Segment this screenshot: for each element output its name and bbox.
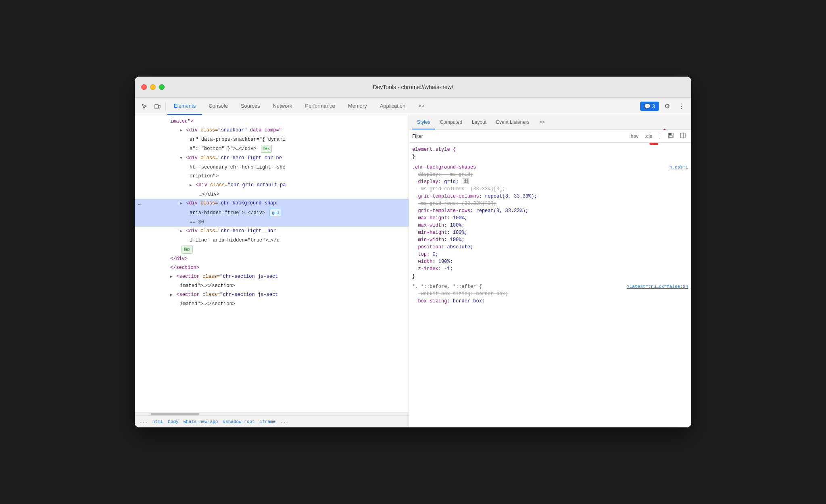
toolbar-divider — [165, 102, 166, 111]
tab-computed[interactable]: Computed — [435, 115, 467, 129]
css-line: *, *::before, *::after { ?latest=tru…ck=… — [412, 283, 688, 290]
horizontal-scrollbar[interactable] — [135, 412, 409, 415]
breadcrumb-shadow-root[interactable]: #shadow-root — [221, 419, 256, 424]
html-line: ▶ <section class="chr-section js-sect — [135, 290, 409, 300]
html-line: ht--secondary chr-hero-light--sho — [135, 163, 409, 172]
minimize-button[interactable] — [150, 84, 156, 90]
css-line: box-sizing: border-box; — [412, 298, 688, 305]
css-line: position: absolute; — [412, 244, 688, 251]
close-button[interactable] — [141, 84, 147, 90]
pseudo-classes-button[interactable]: :hov — [627, 133, 641, 140]
device-toolbar-button[interactable] — [151, 100, 164, 113]
cont-text: l-line" aria-hidden="true">…</d — [190, 237, 280, 243]
html-line: l-line" aria-hidden="true">…</d — [135, 236, 409, 245]
collapse-triangle[interactable]: ▶ — [180, 228, 182, 235]
cont-text: …</div> — [199, 192, 219, 197]
breadcrumb-iframe[interactable]: iframe — [258, 419, 277, 424]
collapse-triangle[interactable]: ▼ — [180, 155, 182, 162]
css-source-link-2[interactable]: ?latest=tru…ck=false:54 — [627, 283, 688, 290]
css-line: max-height: 100%; — [412, 215, 688, 222]
tab-styles-more[interactable]: >> — [534, 115, 550, 129]
inspect-element-button[interactable] — [138, 100, 151, 113]
css-line: width: 100%; — [412, 258, 688, 265]
tag-text: <div — [186, 155, 200, 161]
css-close-brace: } — [412, 154, 415, 160]
css-line: .chr-background-shapes n.css:1 — [412, 164, 688, 171]
collapse-triangle[interactable]: ▶ — [190, 182, 192, 189]
css-line: display: --ms-grid; — [412, 171, 688, 178]
css-line: z-index: -1; — [412, 265, 688, 273]
cls-button[interactable]: .cls — [642, 133, 655, 140]
tab-console[interactable]: Console — [202, 98, 234, 115]
tab-network[interactable]: Network — [267, 98, 299, 115]
universal-before-block: *, *::before, *::after { ?latest=tru…ck=… — [412, 283, 688, 305]
css-line: display: grid; — [412, 178, 688, 185]
css-selector: .chr-background-shapes — [412, 164, 476, 171]
collapse-triangle[interactable]: ▶ — [180, 127, 182, 134]
cont-text: cription"> — [190, 173, 219, 179]
maximize-button[interactable] — [159, 84, 165, 90]
grid-badge[interactable]: grid — [269, 209, 281, 217]
svg-rect-1 — [159, 105, 160, 108]
tab-memory[interactable]: Memory — [342, 98, 373, 115]
breadcrumb-whats-new-app[interactable]: whats-new-app — [182, 419, 220, 424]
breadcrumb-end-dots[interactable]: ... — [279, 419, 290, 424]
tab-more[interactable]: >> — [412, 98, 431, 115]
flex-badge-2[interactable]: flex — [181, 246, 193, 254]
svg-rect-7 — [464, 179, 465, 181]
styles-tabs: Styles Computed Layout Event Listeners >… — [409, 115, 691, 130]
css-line: min-height: 100%; — [412, 229, 688, 236]
tab-styles[interactable]: Styles — [412, 115, 435, 129]
tab-application[interactable]: Application — [373, 98, 412, 115]
toggle-sidebar-button[interactable] — [678, 132, 688, 140]
html-line: ▶ <div class="snackbar" data-comp=" — [135, 126, 409, 135]
cont-text: s": "bottom" }">…</div> — [190, 146, 257, 152]
grid-display-icon[interactable] — [463, 178, 469, 184]
breadcrumb-html[interactable]: html — [151, 419, 165, 424]
chr-background-shapes-block: .chr-background-shapes n.css:1 display: … — [412, 164, 688, 280]
styles-filter-input[interactable] — [412, 133, 624, 139]
tag-text: <div — [186, 228, 200, 234]
tab-nav: Elements Console Sources Network Perform… — [167, 98, 640, 115]
cont-text: imated">…</section> — [180, 301, 235, 307]
collapse-triangle[interactable]: ▶ — [170, 273, 173, 281]
html-line: imated">…</section> — [135, 300, 409, 308]
css-val: --ms-grid; — [444, 172, 473, 177]
tab-elements[interactable]: Elements — [167, 98, 202, 115]
styles-toolbar: :hov .cls + — [409, 130, 691, 143]
html-line: == $0 — [135, 218, 409, 227]
settings-button[interactable]: ⚙ — [661, 100, 674, 113]
tab-event-listeners[interactable]: Event Listeners — [491, 115, 534, 129]
styles-panel: Styles Computed Layout Event Listeners >… — [409, 115, 691, 427]
flex-badge[interactable]: flex — [261, 145, 272, 153]
css-line: grid-template-rows: repeat(3, 33.33%); — [412, 207, 688, 215]
breadcrumb-dots[interactable]: ... — [138, 419, 149, 424]
tab-layout[interactable]: Layout — [467, 115, 491, 129]
breadcrumb-body[interactable]: body — [166, 419, 180, 424]
attr-name: class= — [200, 127, 218, 133]
main-toolbar: Elements Console Sources Network Perform… — [135, 98, 691, 115]
html-line: imated"> — [135, 117, 409, 126]
attr-value: "snackbar" — [218, 127, 247, 133]
devtools-window: DevTools - chrome://whats-new/ Elements … — [135, 77, 691, 427]
collapse-triangle[interactable]: ▶ — [180, 200, 182, 207]
html-line: flex — [135, 245, 409, 254]
devtools: Elements Console Sources Network Perform… — [135, 98, 691, 427]
tag-text: <section — [176, 274, 202, 279]
svg-rect-4 — [669, 135, 672, 137]
html-line: ▼ <div class="chr-hero-light chr-he — [135, 154, 409, 163]
add-style-button[interactable]: + — [656, 133, 664, 140]
chat-button[interactable]: 💬 3 — [640, 102, 659, 111]
css-source-link[interactable]: n.css:1 — [670, 164, 688, 171]
svg-rect-5 — [680, 133, 685, 138]
tab-performance[interactable]: Performance — [298, 98, 341, 115]
collapse-triangle-2[interactable]: ▶ — [170, 292, 173, 299]
html-line: ar" data-props-snackbar="{"dynami — [135, 135, 409, 144]
tab-sources[interactable]: Sources — [234, 98, 267, 115]
save-stylesheet-button[interactable] — [665, 132, 676, 140]
css-line: -ms-grid-columns: (33.33%)[3]; — [412, 185, 688, 193]
more-options-button[interactable]: ⋮ — [675, 100, 688, 113]
tag-close: </div> — [170, 256, 188, 262]
dom-dots[interactable]: … — [135, 200, 143, 207]
css-selector: *, *::before, *::after { — [412, 283, 482, 290]
